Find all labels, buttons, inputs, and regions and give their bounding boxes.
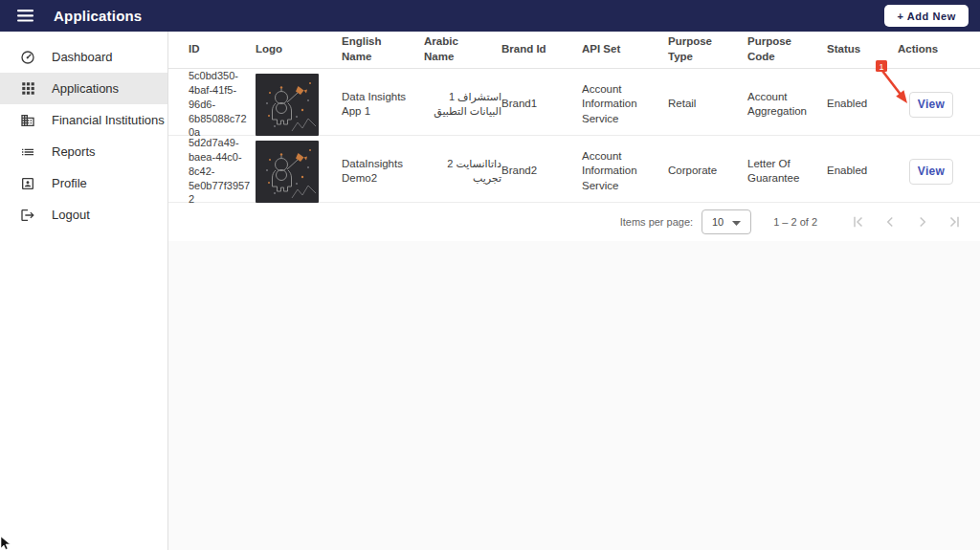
sidebar-item-logout[interactable]: Logout	[0, 199, 167, 231]
cell-status: Enabled	[827, 97, 898, 112]
app-logo-image	[256, 74, 319, 136]
table-row: 5c0bd350-4baf-41f5-96d6-6b85088c720a Dat…	[168, 69, 980, 136]
column-header-brand-id: Brand Id	[501, 42, 582, 57]
cell-purpose-code: Letter Of Guarantee	[747, 157, 827, 187]
cell-id: 5c0bd350-4baf-41f5-96d6-6b85088c720a	[189, 69, 256, 140]
table-header-row: ID Logo English Name Arabic Name Brand I…	[168, 32, 980, 69]
sidebar-item-label: Reports	[52, 144, 96, 159]
dashboard-icon	[20, 50, 35, 65]
sidebar: Dashboard Applications Financial Institu…	[0, 32, 168, 550]
cell-purpose-type: Retail	[668, 97, 747, 112]
table-row: 5d2d7a49-baea-44c0-8c42-5e0b77f39572 Dat…	[168, 136, 980, 203]
cell-brand-id: Brand2	[501, 164, 582, 179]
view-button[interactable]: View	[909, 92, 953, 118]
cell-english-name: DataInsights Demo2	[342, 157, 424, 187]
sidebar-item-label: Applications	[52, 81, 119, 96]
column-header-actions: Actions	[898, 42, 980, 57]
chevron-down-icon	[732, 216, 741, 228]
sidebar-item-profile[interactable]: Profile	[0, 167, 167, 199]
sidebar-item-dashboard[interactable]: Dashboard	[0, 41, 167, 73]
cell-logo	[256, 141, 342, 203]
add-new-button[interactable]: + Add New	[884, 5, 969, 27]
main-content: ID Logo English Name Arabic Name Brand I…	[168, 32, 980, 550]
applications-table-card: ID Logo English Name Arabic Name Brand I…	[168, 32, 980, 241]
page-range-label: 1 – 2 of 2	[773, 216, 817, 228]
hamburger-menu-icon[interactable]	[14, 8, 35, 25]
cell-arabic-name: استشراف 1 البيانات التطبيق	[424, 90, 501, 119]
cell-purpose-type: Corporate	[668, 164, 747, 179]
items-per-page-label: Items per page:	[620, 216, 693, 228]
sidebar-item-financial-institutions[interactable]: Financial Institutions	[0, 104, 167, 136]
cell-status: Enabled	[827, 164, 898, 179]
page-size-select[interactable]: 10	[702, 209, 751, 234]
cell-purpose-code: Account Aggregation	[747, 90, 827, 120]
content-shell: Dashboard Applications Financial Institu…	[0, 32, 980, 550]
next-page-icon[interactable]	[911, 210, 934, 233]
column-header-arabic-name: Arabic Name	[424, 34, 501, 64]
page-size-value: 10	[712, 216, 724, 228]
first-page-icon[interactable]	[846, 210, 869, 233]
column-header-logo: Logo	[256, 42, 342, 57]
sidebar-item-reports[interactable]: Reports	[0, 136, 167, 167]
sidebar-item-label: Dashboard	[52, 50, 113, 64]
app-logo-image	[256, 141, 319, 203]
column-header-id: ID	[189, 42, 256, 57]
cell-brand-id: Brand1	[501, 97, 582, 112]
page-title: Applications	[54, 8, 142, 24]
column-header-status: Status	[827, 42, 898, 57]
applications-icon	[20, 81, 35, 97]
cell-api-set: Account Information Service	[582, 149, 668, 194]
cell-api-set: Account Information Service	[582, 82, 668, 127]
logout-icon	[20, 208, 35, 223]
sidebar-item-label: Financial Institutions	[52, 113, 165, 127]
sidebar-item-label: Logout	[52, 208, 90, 222]
cell-english-name: Data Insights App 1	[342, 90, 424, 120]
financial-institutions-icon	[20, 113, 35, 128]
cell-actions: View	[898, 159, 980, 185]
previous-page-icon[interactable]	[879, 210, 902, 233]
column-header-api-set: API Set	[582, 42, 668, 57]
sidebar-item-label: Profile	[52, 176, 87, 190]
column-header-english-name: English Name	[342, 34, 424, 64]
top-navbar: Applications + Add New	[0, 0, 980, 32]
reports-icon	[20, 144, 35, 160]
profile-icon	[20, 176, 35, 191]
column-header-purpose-type: Purpose Type	[668, 34, 747, 64]
cell-logo	[256, 74, 342, 136]
cell-id: 5d2d7a49-baea-44c0-8c42-5e0b77f39572	[189, 136, 256, 207]
view-button[interactable]: View	[909, 159, 953, 185]
column-header-purpose-code: Purpose Code	[747, 34, 827, 64]
last-page-icon[interactable]	[944, 210, 967, 233]
application-window: Applications + Add New Dashboard Applica…	[0, 0, 980, 550]
paginator: Items per page: 10 1 – 2 of 2	[168, 203, 980, 241]
cell-actions: View	[898, 92, 980, 118]
sidebar-item-applications[interactable]: Applications	[0, 73, 167, 104]
cell-arabic-name: داتاانسايت 2 تجريب	[424, 157, 501, 186]
